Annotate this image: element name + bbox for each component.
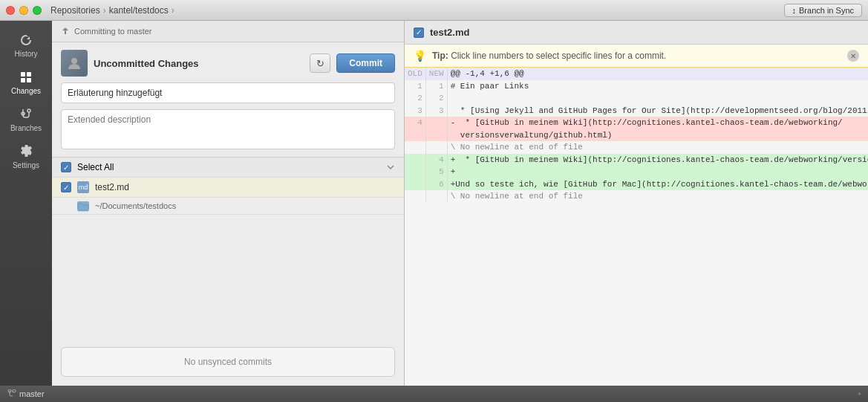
diff-header-content: @@ -1,4 +1,6 @@	[447, 68, 868, 80]
diff-content-added1: + * [GitHub in meinem Wiki](http://cogni…	[447, 154, 868, 166]
repo-name[interactable]: kantel/testdocs	[109, 5, 169, 16]
diff-old-3[interactable]: 3	[405, 105, 425, 117]
diff-new-add2[interactable]: 5	[425, 166, 447, 178]
diff-content-1: # Ein paar Links	[447, 80, 868, 93]
commit-header: Uncommitted Changes ↻ Commit	[61, 50, 395, 77]
diff-new-3[interactable]: 3	[425, 105, 447, 117]
titlebar: Repositories › kantel/testdocs › ↕ Branc…	[0, 0, 868, 21]
avatar	[61, 50, 88, 77]
diff-old-no-nl[interactable]	[405, 141, 425, 154]
sidebar-item-branches[interactable]: Branches	[0, 101, 52, 138]
diff-new-4-empty[interactable]	[425, 117, 447, 129]
diff-file-name: test2.md	[430, 27, 469, 38]
select-all-label: Select All	[77, 162, 114, 172]
avatar-icon	[67, 56, 82, 71]
branch-sync-label: Branch in Sync	[799, 6, 854, 15]
breadcrumb-sep2: ›	[172, 5, 174, 16]
minimize-button[interactable]	[19, 6, 28, 15]
diff-no-newline-1: \ No newline at end of file	[447, 141, 868, 154]
table-row: 2 2	[405, 92, 868, 105]
table-row: 6 +Und so teste ich, wie [GitHub for Mac…	[405, 178, 868, 191]
diff-container[interactable]: OLD NEW @@ -1,4 +1,6 @@ 1 1 # Ein paar L…	[405, 68, 868, 386]
changes-icon	[19, 70, 33, 85]
table-row: versionsverwaltung/github.html)	[405, 129, 868, 142]
settings-label: Settings	[13, 161, 39, 169]
diff-new-1[interactable]: 1	[425, 80, 447, 93]
svg-rect-3	[27, 78, 31, 82]
diff-old-add1[interactable]	[405, 154, 425, 166]
diff-old-no-nl2[interactable]	[405, 190, 425, 203]
description-textarea[interactable]	[61, 109, 395, 149]
file-diff-checkbox[interactable]	[414, 27, 424, 38]
select-all-checkbox[interactable]	[61, 162, 71, 172]
committing-header: Committing to master	[52, 21, 404, 42]
diff-old-add2[interactable]	[405, 166, 425, 178]
statusbar: master	[0, 386, 868, 402]
diff-old-num-header: OLD	[405, 68, 425, 80]
diff-table: OLD NEW @@ -1,4 +1,6 @@ 1 1 # Ein paar L…	[405, 68, 868, 203]
no-unsynced-section: No unsynced commits	[61, 347, 395, 377]
uncommitted-label: Uncommitted Changes	[94, 58, 304, 69]
history-icon	[19, 33, 33, 48]
list-item[interactable]: md test2.md	[52, 178, 404, 198]
tip-bar: 💡 Tip: Click line numbers to select spec…	[405, 45, 868, 68]
tip-icon: 💡	[414, 50, 426, 62]
repos-label[interactable]: Repositories	[50, 5, 100, 16]
table-row: 3 3 * [Using Jekyll and GitHub Pages for…	[405, 105, 868, 117]
diff-old-4b[interactable]	[405, 129, 425, 142]
select-all-row[interactable]: Select All	[52, 158, 404, 178]
changes-label: Changes	[11, 87, 41, 95]
diff-new-2[interactable]: 2	[425, 92, 447, 105]
file-name-test2md: test2.md	[95, 182, 129, 192]
diff-new-4b[interactable]	[425, 129, 447, 142]
no-unsynced-label: No unsynced commits	[184, 357, 272, 367]
diff-old-add3[interactable]	[405, 178, 425, 191]
commit-area: Uncommitted Changes ↻ Commit	[52, 42, 404, 157]
tip-text: Tip: Click line numbers to select specif…	[432, 51, 666, 61]
right-panel: test2.md 💡 Tip: Click line numbers to se…	[405, 21, 868, 386]
table-row: 5 +	[405, 166, 868, 178]
sidebar-item-changes[interactable]: Changes	[0, 64, 52, 101]
sidebar: History Changes Branches Settings	[0, 21, 52, 386]
breadcrumb-sep1: ›	[103, 5, 106, 16]
settings-icon	[19, 144, 33, 159]
diff-old-4[interactable]: 4	[405, 117, 425, 129]
diff-old-1[interactable]: 1	[405, 80, 425, 93]
branch-indicator: master	[7, 389, 45, 398]
diff-content-removed2: versionsverwaltung/github.html)	[447, 129, 868, 142]
branches-icon	[19, 107, 33, 122]
svg-rect-0	[21, 72, 25, 77]
diff-header-row: OLD NEW @@ -1,4 +1,6 @@	[405, 68, 868, 80]
tip-close-button[interactable]: ✕	[847, 50, 859, 62]
svg-point-4	[71, 58, 77, 64]
sidebar-item-history[interactable]: History	[0, 27, 52, 64]
file-checkbox-test2md[interactable]	[61, 182, 71, 192]
branches-label: Branches	[10, 124, 42, 132]
diff-new-no-nl[interactable]	[425, 141, 447, 154]
table-row: \ No newline at end of file	[405, 141, 868, 154]
diff-old-2[interactable]: 2	[405, 92, 425, 105]
diff-content-removed1: - * [GitHub in meinem Wiki](http://cogni…	[447, 117, 868, 129]
files-section: Select All md test2.md	[52, 157, 404, 338]
diff-new-num-header: NEW	[425, 68, 447, 80]
committing-to-label: Committing to master	[74, 27, 152, 36]
refresh-button[interactable]: ↻	[310, 54, 330, 73]
diff-new-add3[interactable]: 6	[425, 178, 447, 191]
branch-name: master	[19, 389, 45, 398]
history-label: History	[14, 50, 37, 58]
svg-rect-1	[27, 72, 31, 77]
upload-icon	[61, 27, 70, 36]
branch-sync-button[interactable]: ↕ Branch in Sync	[784, 4, 862, 17]
diff-no-newline-2: \ No newline at end of file	[447, 190, 868, 203]
close-button[interactable]	[6, 6, 15, 15]
diff-new-no-nl2[interactable]	[425, 190, 447, 203]
maximize-button[interactable]	[33, 6, 42, 15]
branch-status-icon	[7, 389, 16, 398]
commit-button[interactable]: Commit	[336, 54, 395, 73]
diff-new-add1[interactable]: 4	[425, 154, 447, 166]
branch-sync-icon: ↕	[792, 6, 797, 15]
sidebar-item-settings[interactable]: Settings	[0, 138, 52, 175]
summary-input[interactable]	[61, 82, 395, 103]
folder-svg-icon	[77, 201, 89, 212]
file-icon: md	[77, 181, 89, 193]
